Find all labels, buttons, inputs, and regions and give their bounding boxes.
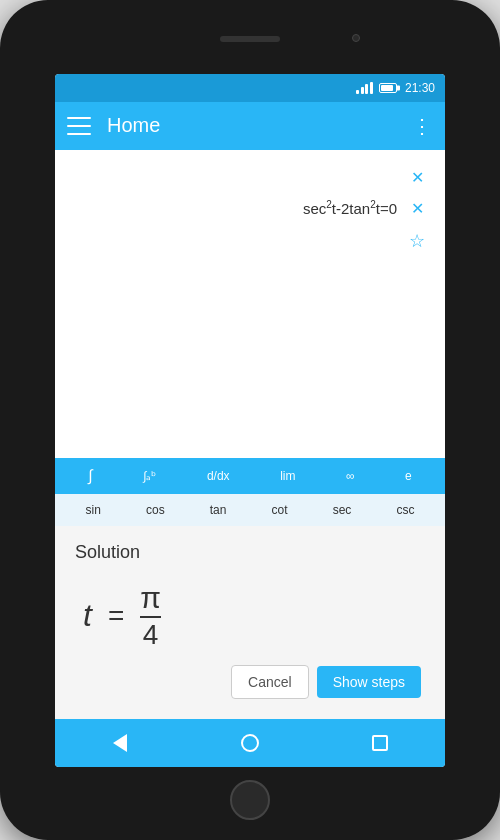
signal-icon xyxy=(356,82,373,94)
show-steps-button[interactable]: Show steps xyxy=(317,666,421,698)
definite-integral-btn[interactable]: ∫ₐᵇ xyxy=(137,467,162,485)
integral-btn[interactable]: ∫ xyxy=(82,465,98,487)
csc-btn[interactable]: csc xyxy=(388,501,422,519)
main-content: ✕ sec2t-2tan2t=0 ✕ ☆ ∫ ∫ₐᵇ d/dx xyxy=(55,150,445,526)
math-keyboard-row: sin cos tan cot sec csc xyxy=(55,494,445,526)
cancel-button[interactable]: Cancel xyxy=(231,665,309,699)
app-bar: Home ⋮ xyxy=(55,102,445,150)
home-button[interactable] xyxy=(230,723,270,763)
star-icon[interactable]: ☆ xyxy=(405,230,429,252)
solution-label: Solution xyxy=(75,542,425,563)
sin-btn[interactable]: sin xyxy=(78,501,109,519)
status-time: 21:30 xyxy=(405,81,435,95)
sec-btn[interactable]: sec xyxy=(325,501,360,519)
fraction-denominator: 4 xyxy=(143,621,159,649)
phone-screen: 21:30 Home ⋮ ✕ xyxy=(55,74,445,767)
fraction-numerator: π xyxy=(140,583,161,613)
equation-row-empty: ✕ xyxy=(71,162,429,193)
euler-btn[interactable]: e xyxy=(399,467,418,485)
solution-fraction: π 4 xyxy=(140,583,161,649)
input-area: ✕ sec2t-2tan2t=0 ✕ ☆ xyxy=(55,150,445,458)
cos-btn[interactable]: cos xyxy=(138,501,173,519)
equation-row-formula: sec2t-2tan2t=0 ✕ xyxy=(71,193,429,224)
bottom-nav xyxy=(55,719,445,767)
hamburger-menu-icon[interactable] xyxy=(67,117,91,135)
phone-camera xyxy=(352,34,360,42)
status-bar: 21:30 xyxy=(55,74,445,102)
phone-speaker xyxy=(220,36,280,42)
equation-row-star: ☆ xyxy=(71,224,429,258)
solution-variable: t xyxy=(83,597,92,634)
infinity-btn[interactable]: ∞ xyxy=(340,467,361,485)
derivative-btn[interactable]: d/dx xyxy=(201,467,236,485)
action-buttons: Cancel Show steps xyxy=(75,657,425,703)
status-bar-right: 21:30 xyxy=(356,81,435,95)
limit-btn[interactable]: lim xyxy=(274,467,301,485)
cot-btn[interactable]: cot xyxy=(264,501,296,519)
solution-equals: = xyxy=(108,600,124,632)
more-options-icon[interactable]: ⋮ xyxy=(412,114,433,138)
app-title: Home xyxy=(107,114,412,137)
solution-math: t = π 4 xyxy=(83,575,425,657)
fraction-line xyxy=(140,616,161,618)
battery-icon xyxy=(379,83,397,93)
recent-apps-button[interactable] xyxy=(360,723,400,763)
phone-home-physical-button[interactable] xyxy=(230,780,270,820)
phone-frame: 21:30 Home ⋮ ✕ xyxy=(0,0,500,840)
math-toolbar: ∫ ∫ₐᵇ d/dx lim ∞ e xyxy=(55,458,445,494)
close-icon-2[interactable]: ✕ xyxy=(405,199,429,218)
solution-panel: Solution t = π 4 Cancel Show steps xyxy=(55,526,445,719)
equation-text: sec2t-2tan2t=0 xyxy=(303,199,397,217)
tan-btn[interactable]: tan xyxy=(202,501,235,519)
back-button[interactable] xyxy=(100,723,140,763)
close-icon-1[interactable]: ✕ xyxy=(405,168,429,187)
